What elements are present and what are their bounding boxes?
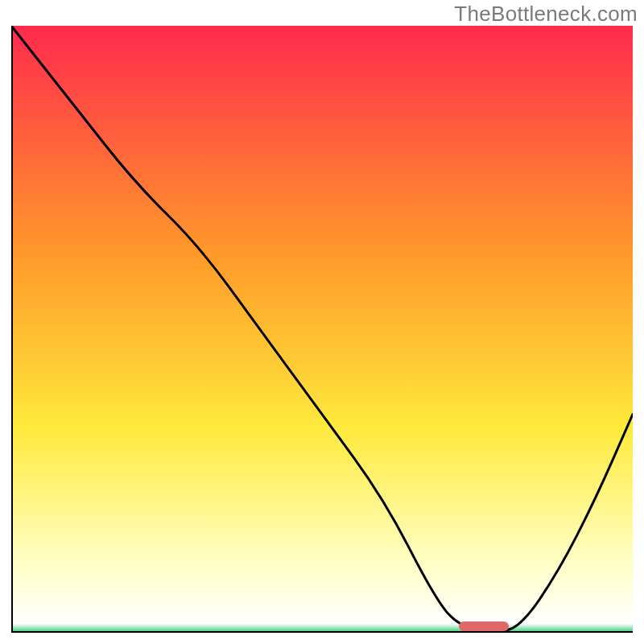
watermark-text: TheBottleneck.com [454,2,638,27]
optimal-marker [459,621,509,631]
plot-area [11,26,633,633]
bottleneck-curve [11,26,633,633]
chart-stage: TheBottleneck.com [0,0,644,644]
